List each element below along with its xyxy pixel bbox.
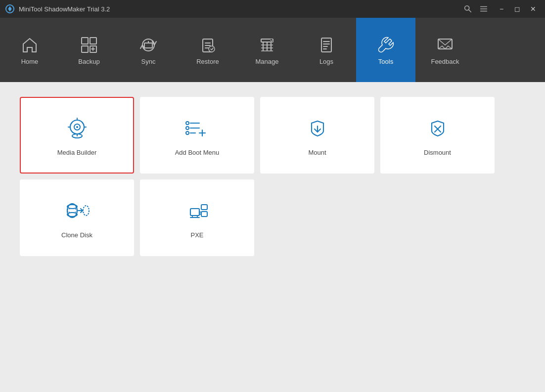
nav-home[interactable]: Home: [0, 18, 59, 82]
tool-mount-label: Mount: [308, 149, 326, 156]
nav-restore[interactable]: Restore: [178, 18, 237, 82]
nav-manage-label: Manage: [256, 58, 279, 65]
app-logo: [5, 4, 15, 14]
nav-logs[interactable]: Logs: [297, 18, 356, 82]
svg-point-44: [67, 209, 77, 213]
tool-media-builder[interactable]: Media Builder: [20, 97, 134, 174]
title-bar: MiniTool ShadowMaker Trial 3.2 − ◻ ✕: [0, 0, 545, 18]
window-controls: − ◻ ✕: [495, 2, 540, 16]
search-icon[interactable]: [461, 2, 475, 16]
main-content: Media Builder Add Boot Menu M: [0, 82, 545, 392]
nav-manage[interactable]: Manage: [237, 18, 297, 82]
tool-dismount[interactable]: Dismount: [380, 97, 495, 174]
nav-restore-label: Restore: [196, 58, 219, 65]
svg-rect-6: [82, 38, 88, 44]
svg-line-2: [469, 10, 471, 12]
nav-bar: Home Backup Sync: [0, 18, 545, 82]
tool-dismount-label: Dismount: [424, 149, 451, 156]
tool-mount[interactable]: Mount: [260, 97, 374, 174]
tool-add-boot-menu-label: Add Boot Menu: [175, 149, 220, 156]
svg-point-36: [186, 127, 189, 130]
svg-rect-10: [144, 43, 152, 48]
svg-point-46: [83, 206, 89, 216]
maximize-button[interactable]: ◻: [510, 2, 524, 16]
nav-tools[interactable]: Tools: [356, 18, 415, 82]
svg-point-13: [209, 46, 215, 52]
svg-point-30: [76, 126, 78, 128]
tools-row2: Clone Disk PXE: [20, 179, 495, 256]
svg-rect-22: [321, 38, 331, 52]
svg-point-35: [186, 122, 189, 125]
nav-backup[interactable]: Backup: [59, 18, 119, 82]
menu-icon[interactable]: [477, 2, 491, 16]
title-icons: [461, 2, 491, 16]
tool-media-builder-label: Media Builder: [57, 149, 97, 156]
tool-add-boot-menu[interactable]: Add Boot Menu: [140, 97, 254, 174]
tool-pxe[interactable]: PXE: [140, 179, 254, 256]
svg-rect-47: [190, 209, 199, 216]
minimize-button[interactable]: −: [495, 2, 508, 16]
tool-clone-disk[interactable]: Clone Disk: [20, 179, 134, 256]
tools-row1: Media Builder Add Boot Menu M: [20, 97, 495, 174]
svg-rect-51: [201, 212, 207, 217]
svg-rect-7: [90, 38, 96, 44]
tool-clone-disk-label: Clone Disk: [61, 231, 92, 239]
nav-backup-label: Backup: [78, 58, 99, 65]
nav-logs-label: Logs: [319, 58, 333, 65]
close-button[interactable]: ✕: [526, 2, 540, 16]
nav-feedback[interactable]: Feedback: [415, 18, 475, 82]
nav-home-label: Home: [21, 58, 39, 65]
svg-rect-50: [201, 205, 207, 210]
nav-feedback-label: Feedback: [431, 58, 459, 65]
nav-sync-label: Sync: [141, 58, 156, 65]
nav-sync[interactable]: Sync: [119, 18, 178, 82]
tool-pxe-label: PXE: [190, 231, 203, 239]
svg-point-37: [186, 131, 189, 134]
svg-rect-8: [82, 46, 88, 52]
nav-tools-label: Tools: [378, 58, 393, 65]
app-title: MiniTool ShadowMaker Trial 3.2: [19, 5, 461, 13]
